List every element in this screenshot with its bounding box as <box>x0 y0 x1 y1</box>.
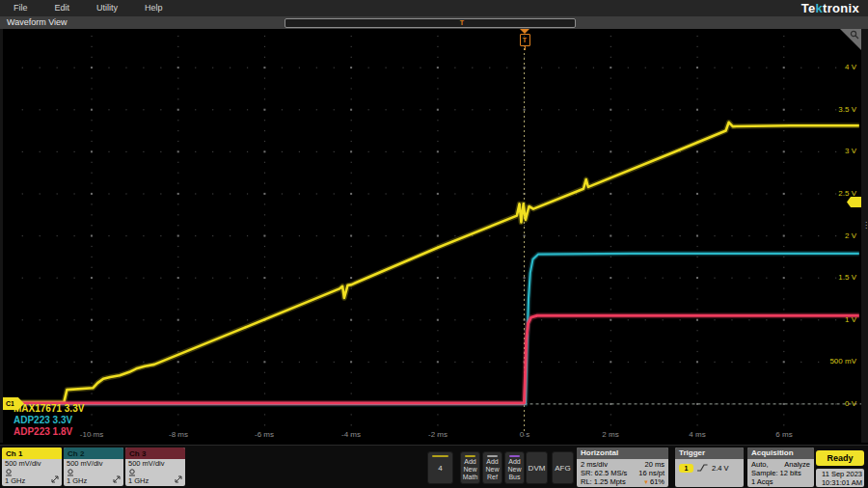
t-axis-label: -8 ms <box>157 431 200 439</box>
t-axis-label: 6 ms <box>763 431 805 439</box>
right-edge-divider[interactable]: ⋮ <box>861 29 868 443</box>
ready-status-badge: Ready <box>816 450 864 466</box>
rising-edge-icon <box>697 463 708 473</box>
button-stripe <box>509 455 520 457</box>
waveform-plot[interactable] <box>3 29 861 443</box>
t-axis-label: 4 ms <box>676 431 719 439</box>
t-axis-label: -2 ms <box>417 431 459 439</box>
trace-ch1[interactable] <box>4 122 859 402</box>
t-axis-label: -6 ms <box>243 431 285 439</box>
channel-badge-title: Ch 1 <box>2 447 62 459</box>
trigger-panel[interactable]: Trigger 1 2.4 V <box>675 447 744 487</box>
horizontal-panel[interactable]: Horizontal 2 ms/div20 msSR: 62.5 MS/s16 … <box>577 447 668 487</box>
t-axis-label: 2 ms <box>589 431 632 439</box>
afg-label: AFG <box>555 464 570 473</box>
v-axis-label: 3 V <box>845 148 856 155</box>
horizontal-row-left: RL: 1.25 Mpts <box>581 477 626 487</box>
acquisition-panel[interactable]: Acquisition Auto,Analyze Sample: 12 bits… <box>747 447 814 487</box>
trace-label-ch1: MAX17671 3.3V <box>14 403 84 415</box>
channel-scale: 500 mV/div <box>125 459 185 468</box>
channel-bandwidth: 1 GHz <box>128 476 149 485</box>
deskew-icon <box>113 475 121 483</box>
v-axis-label: 500 mV <box>829 358 856 366</box>
v-axis-label: 1 V <box>845 316 856 324</box>
horizontal-row-right: ▼61% <box>643 477 665 487</box>
add-new-ref-button[interactable]: AddNewRef <box>482 451 502 484</box>
menu-item-utility[interactable]: Utility <box>83 0 131 16</box>
acq-mode: Auto, <box>751 460 769 469</box>
trigger-source-badge: 1 <box>679 464 693 473</box>
waveform-plot-area[interactable]: T C1 4 V3.5 V3 V2.5 V2 V1.5 V1 V500 mV0 … <box>3 29 861 443</box>
dvm-button[interactable]: DVM <box>526 451 548 484</box>
divider-drag-handle-icon[interactable]: ⋮ <box>862 224 868 228</box>
trace-ch2[interactable] <box>4 254 859 404</box>
horizontal-row-left: SR: 62.5 MS/s <box>581 469 627 477</box>
afg-button[interactable]: AFG <box>552 451 574 484</box>
trigger-flag-stem <box>525 46 526 50</box>
v-axis-label: 0 V <box>845 400 856 408</box>
channel-4-label: 4 <box>438 464 442 473</box>
t-axis-label: -4 ms <box>330 431 372 439</box>
trace-ch3[interactable] <box>4 315 859 403</box>
trigger-position-flag[interactable]: T <box>519 29 530 50</box>
horizontal-row-left: 2 ms/div <box>581 460 608 469</box>
settings-bar: Ch 1500 mV/div1 GHzCh 2500 mV/div1 GHzCh… <box>0 445 868 488</box>
add-new-math-button[interactable]: AddNewMath <box>460 451 480 484</box>
channel-badge-3[interactable]: Ch 3500 mV/div1 GHz <box>125 447 185 486</box>
channel-scale: 500 mV/div <box>64 459 123 468</box>
trace-glow-ch3 <box>4 315 859 403</box>
view-tab-bar: Waveform View T <box>0 16 868 29</box>
acq-sample-bits: Sample: 12 bits <box>751 469 801 477</box>
horizontal-row: SR: 62.5 MS/s16 ns/pt <box>581 469 665 477</box>
waveform-view: T C1 4 V3.5 V3 V2.5 V2 V1.5 V1 V500 mV0 … <box>0 29 868 443</box>
waveform-view-tab[interactable]: Waveform View <box>7 17 68 27</box>
button-stripe <box>465 455 475 457</box>
horizontal-row: RL: 1.25 Mpts▼61% <box>581 477 665 487</box>
v-axis-label: 4 V <box>845 64 856 71</box>
trace-glow-ch1 <box>4 122 859 402</box>
channel-scale: 500 mV/div <box>2 459 62 468</box>
button-label: AddNewRef <box>485 458 499 481</box>
horizontal-row-right: 20 ms <box>645 460 665 469</box>
horizontal-panel-title: Horizontal <box>577 447 668 459</box>
date-value: 11 Sep 2023 <box>818 470 862 478</box>
deskew-icon <box>51 475 59 483</box>
channel-badge-title: Ch 2 <box>64 447 123 459</box>
menu-item-edit[interactable]: Edit <box>41 0 84 16</box>
button-stripe <box>487 455 498 457</box>
acquisition-panel-title: Acquisition <box>747 447 814 459</box>
graticule <box>22 36 854 436</box>
acq-analyze: Analyze <box>784 460 810 469</box>
menu-item-file[interactable]: File <box>0 0 41 16</box>
trace-glow-ch2 <box>4 254 859 404</box>
time-value: 10:31:01 AM <box>818 478 862 487</box>
trace-label-ch3: ADP223 1.8V <box>14 426 72 438</box>
dvm-label: DVM <box>529 464 546 473</box>
horizontal-overview-bar[interactable]: T <box>285 18 576 28</box>
button-label: AddNewBus <box>507 458 521 481</box>
channel-4-button[interactable]: 4 <box>427 451 453 484</box>
t-axis-label: -10 ms <box>70 431 113 439</box>
channel-badge-title: Ch 3 <box>125 447 185 459</box>
menu-bar: FileEditUtilityHelpTektronix <box>0 0 868 17</box>
horizontal-row: 2 ms/div20 ms <box>581 460 665 469</box>
channel-badge-2[interactable]: Ch 2500 mV/div1 GHz <box>64 447 123 486</box>
channel-bandwidth: 1 GHz <box>67 476 87 485</box>
horizontal-row-right: 16 ns/pt <box>638 469 665 477</box>
acq-count: 1 Acqs <box>751 477 773 486</box>
date-time-display: 11 Sep 2023 10:31:01 AM <box>816 469 864 487</box>
v-axis-label: 2 V <box>845 232 856 240</box>
trigger-panel-title: Trigger <box>675 447 744 459</box>
tektronix-logo: Tektronix <box>801 1 868 15</box>
channel-badge-1[interactable]: Ch 1500 mV/div1 GHz <box>2 447 62 486</box>
trace-label-ch2: ADP223 3.3V <box>14 415 72 426</box>
menu-item-help[interactable]: Help <box>131 0 176 16</box>
channel-4-stripe <box>432 455 448 457</box>
v-axis-label: 2.5 V <box>838 190 856 198</box>
trigger-flag-label: T <box>520 34 530 46</box>
trigger-level-value: 2.4 V <box>712 464 729 473</box>
deskew-icon <box>175 475 182 483</box>
overview-trigger-marker[interactable]: T <box>458 18 466 27</box>
add-new-bus-button[interactable]: AddNewBus <box>504 451 525 484</box>
channel-bandwidth: 1 GHz <box>5 476 25 485</box>
